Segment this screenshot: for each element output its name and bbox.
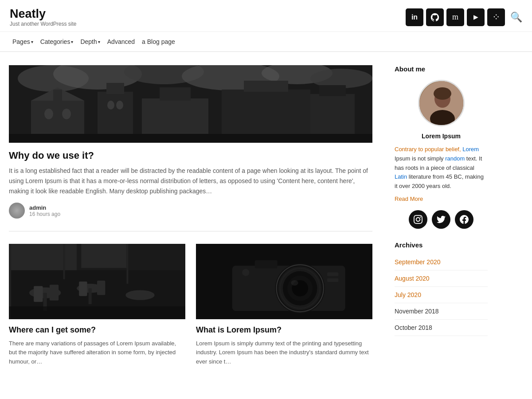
page-container: Why do we use it? It is a long establish…	[0, 52, 532, 375]
svg-point-17	[116, 101, 123, 110]
about-heading: About me	[395, 65, 488, 73]
svg-point-51	[242, 269, 249, 276]
svg-point-57	[434, 87, 451, 100]
about-text-1: Contrary to popular belief,	[395, 146, 462, 153]
svg-rect-11	[106, 83, 124, 94]
svg-point-14	[44, 109, 53, 119]
post-meta: admin 16 hours ago	[9, 203, 372, 219]
svg-rect-35	[9, 244, 77, 270]
nav-blog[interactable]: a Blog page	[139, 36, 178, 47]
archives-section: Archives September 2020 August 2020 July…	[395, 241, 488, 336]
header-icons: in m ▶ ⁘ 🔍	[406, 8, 522, 26]
read-more-link[interactable]: Read More	[395, 196, 488, 202]
svg-rect-50	[255, 260, 278, 268]
instagram-icon[interactable]	[409, 210, 427, 229]
svg-point-16	[107, 101, 114, 110]
about-avatar	[418, 80, 465, 126]
grid-post-2-excerpt: Lorem Ipsum is simply dummy text of the …	[196, 339, 372, 366]
archive-nov-2018[interactable]: November 2018	[395, 303, 488, 320]
nav-pages[interactable]: Pages ▾	[10, 36, 36, 47]
linkedin-icon[interactable]: in	[406, 8, 423, 26]
svg-rect-38	[63, 244, 65, 279]
post-author: admin	[29, 204, 60, 211]
avatar	[9, 203, 25, 219]
featured-post: Why do we use it? It is a long establish…	[9, 65, 372, 231]
about-text-4: literature from 45 BC, making it over 20…	[395, 173, 484, 189]
nav-advanced[interactable]: Advanced	[105, 36, 137, 47]
facebook-icon[interactable]	[455, 210, 473, 229]
chevron-down-icon: ▾	[71, 39, 73, 44]
site-header: Neatly Just another WordPress site in m …	[0, 0, 532, 52]
posts-grid: Where can I get some? There are many var…	[9, 244, 372, 366]
svg-rect-34	[97, 281, 105, 295]
lorem-link[interactable]: Lorem	[462, 146, 479, 153]
post-time: 16 hours ago	[29, 211, 60, 217]
svg-rect-31	[34, 286, 43, 302]
nav-depth[interactable]: Depth ▾	[78, 36, 102, 47]
grid-post-2-image[interactable]	[196, 244, 372, 319]
about-text: Contrary to popular belief, Lorem Ipsum …	[395, 145, 488, 191]
github-icon[interactable]	[426, 8, 444, 26]
grid-post-1-title[interactable]: Where can I get some?	[9, 325, 185, 335]
svg-rect-19	[244, 81, 288, 92]
main-content: Why do we use it? It is a long establish…	[9, 65, 372, 366]
social-icons	[395, 210, 488, 229]
featured-post-image[interactable]	[9, 65, 372, 143]
grid-post-1-image[interactable]	[9, 244, 185, 319]
chevron-down-icon: ▾	[31, 39, 33, 44]
twitter-icon[interactable]	[432, 210, 450, 229]
archive-jul-2020[interactable]: July 2020	[395, 287, 488, 303]
svg-rect-52	[327, 273, 339, 276]
grid-post-2: What is Lorem Ipsum? Lorem Ipsum is simp…	[196, 244, 372, 366]
about-name: Lorem Ipsum	[395, 133, 488, 140]
featured-post-excerpt: It is a long established fact that a rea…	[9, 166, 372, 196]
search-icon[interactable]: 🔍	[510, 12, 522, 23]
youtube-icon[interactable]: ▶	[467, 8, 485, 26]
svg-rect-39	[126, 244, 128, 284]
grid-post-1-excerpt: There are many variations of passages of…	[9, 339, 185, 366]
medium-icon[interactable]: m	[446, 8, 464, 26]
archives-heading: Archives	[395, 241, 488, 249]
main-nav: Pages ▾ Categories ▾ Depth ▾ Advanced a …	[0, 32, 532, 52]
svg-point-30	[125, 290, 154, 300]
svg-rect-29	[89, 289, 92, 305]
random-link[interactable]: random	[445, 155, 465, 162]
svg-rect-21	[319, 85, 346, 96]
grid-post-2-title[interactable]: What is Lorem Ipsum?	[196, 325, 372, 335]
about-section: About me Lorem Ipsum Contrary to popular	[395, 65, 488, 229]
nav-categories[interactable]: Categories ▾	[38, 36, 76, 47]
latin-link[interactable]: Latin	[395, 173, 407, 180]
svg-rect-33	[79, 282, 87, 296]
svg-rect-32	[50, 285, 59, 301]
about-text-2: Ipsum is not simply	[395, 155, 445, 162]
svg-rect-22	[9, 134, 372, 143]
archive-sep-2020[interactable]: September 2020	[395, 254, 488, 270]
svg-rect-53	[327, 278, 339, 282]
featured-post-title[interactable]: Why do we use it?	[9, 150, 372, 161]
svg-point-54	[291, 280, 298, 286]
site-branding: Neatly Just another WordPress site	[10, 7, 77, 27]
svg-point-15	[62, 109, 71, 119]
svg-rect-36	[81, 244, 126, 268]
svg-rect-9	[53, 90, 62, 103]
svg-rect-13	[160, 87, 191, 101]
sidebar: About me Lorem Ipsum Contrary to popular	[395, 65, 488, 366]
archive-aug-2020[interactable]: August 2020	[395, 270, 488, 287]
chevron-down-icon: ▾	[98, 39, 100, 44]
site-title[interactable]: Neatly	[10, 7, 77, 21]
flickr-icon[interactable]: ⁘	[487, 8, 505, 26]
archive-oct-2018[interactable]: October 2018	[395, 320, 488, 336]
site-tagline: Just another WordPress site	[10, 21, 77, 27]
grid-post-1: Where can I get some? There are many var…	[9, 244, 185, 366]
post-author-info: admin 16 hours ago	[29, 204, 60, 217]
svg-rect-40	[9, 306, 185, 319]
